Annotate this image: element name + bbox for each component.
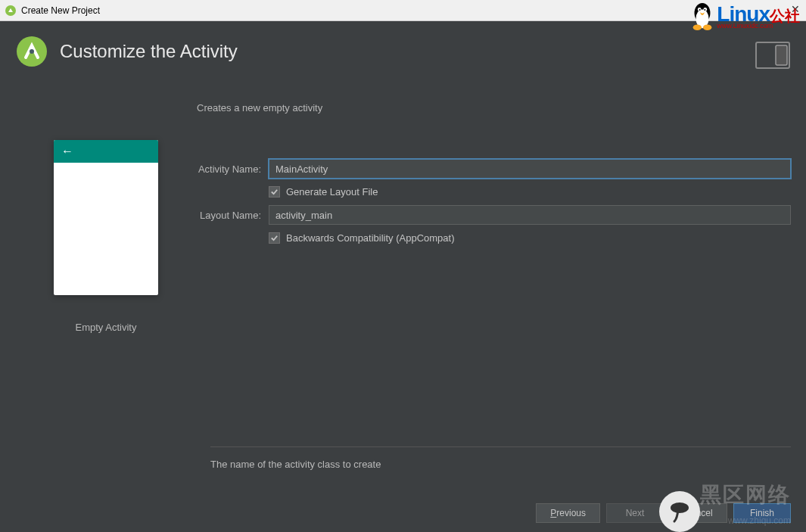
linux-suffix: 公社: [770, 8, 800, 24]
svg-point-5: [699, 9, 701, 11]
back-arrow-icon: ←: [61, 145, 73, 158]
layout-name-label: Layout Name:: [197, 210, 269, 221]
generate-layout-checkbox[interactable]: [269, 186, 280, 198]
tux-icon: [688, 0, 717, 32]
dialog-header: Customize the Activity: [0, 21, 806, 87]
checkmark-icon: [270, 234, 279, 242]
checkmark-icon: [270, 188, 279, 196]
content-area: ← Empty Activity Creates a new empty act…: [0, 87, 806, 333]
svg-rect-12: [776, 45, 787, 65]
form-panel: Creates a new empty activity Activity Na…: [197, 87, 806, 333]
phone-preview: ←: [54, 140, 158, 295]
titlebar: Create New Project ✕: [0, 0, 806, 21]
mushroom-icon: [659, 491, 700, 532]
generate-layout-row: Generate Layout File: [269, 186, 791, 198]
backwards-compat-label: Backwards Compatibility (AppCompat): [286, 232, 455, 244]
layout-name-input[interactable]: [269, 205, 791, 225]
activity-name-label: Activity Name:: [197, 163, 269, 175]
watermark-text: 黑区网络: [700, 481, 791, 509]
watermark-sub: www.zhiqu.com: [728, 515, 791, 526]
layout-name-row: Layout Name:: [197, 205, 791, 225]
previous-button[interactable]: Previous: [536, 503, 600, 523]
svg-point-6: [705, 9, 706, 11]
svg-point-7: [693, 24, 702, 30]
linux-watermark-logo: Linux公社 www.Linuxidc.com: [688, 0, 800, 32]
help-text: The name of the activity class to create: [210, 459, 806, 470]
preview-label: Empty Activity: [15, 322, 197, 333]
svg-point-10: [30, 49, 34, 54]
form-description: Creates a new empty activity: [197, 102, 791, 114]
android-studio-icon: [15, 35, 48, 68]
activity-name-input[interactable]: [269, 159, 791, 179]
backwards-compat-row: Backwards Compatibility (AppCompat): [269, 232, 791, 244]
window-title: Create New Project: [21, 5, 100, 16]
svg-point-8: [703, 24, 711, 30]
preview-panel: ← Empty Activity: [15, 87, 197, 333]
page-title: Customize the Activity: [60, 41, 238, 62]
backwards-compat-checkbox[interactable]: [269, 232, 280, 244]
device-icon: [755, 41, 791, 70]
next-button[interactable]: Next: [606, 503, 664, 523]
previous-rest: revious: [556, 508, 586, 518]
phone-topbar: ←: [54, 140, 158, 163]
generate-layout-label: Generate Layout File: [286, 186, 378, 198]
form-divider: [210, 446, 791, 447]
android-studio-app-icon: [5, 5, 17, 17]
svg-point-13: [671, 502, 689, 513]
activity-name-row: Activity Name:: [197, 159, 791, 179]
